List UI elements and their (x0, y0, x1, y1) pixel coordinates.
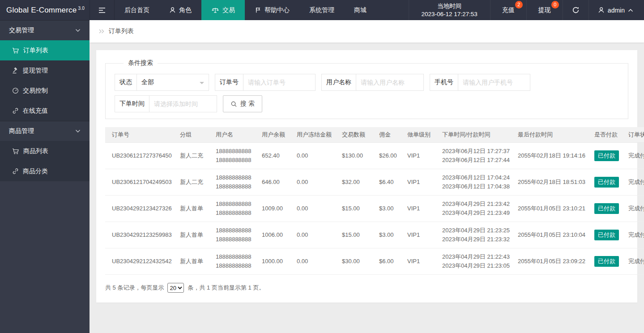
nav-item-system[interactable]: 系统管理 (299, 0, 344, 20)
sidebar-fold-button[interactable] (90, 0, 115, 20)
cart-icon (12, 148, 19, 155)
cell-order-no: UB2304292123427326 (105, 196, 173, 222)
chevron-down-icon (75, 29, 81, 32)
nav-item-label: 交易 (222, 6, 235, 14)
nav-item-trade[interactable]: 交易 (201, 0, 245, 20)
phone-line: 18888888888 (216, 200, 248, 209)
sidebar-item-online-recharge[interactable]: 在线充值 (0, 101, 90, 121)
sidebar-item-label: 商品分类 (23, 167, 48, 175)
status-label: 状态 (115, 74, 137, 90)
cell-commission: $26.00 (372, 143, 401, 169)
page-size-select[interactable]: 20 (167, 283, 184, 293)
paid-badge: 已付款 (594, 177, 619, 188)
sidebar-item-trade-control[interactable]: 交易控制 (0, 81, 90, 101)
nav-item-label: 商城 (354, 6, 367, 14)
sidebar-group-trade[interactable]: 交易管理 (0, 20, 90, 40)
phone-label: 手机号 (430, 74, 458, 90)
order-time: 2023年04月29日 21:23:25 (442, 226, 504, 235)
search-button[interactable]: 搜 索 (223, 95, 262, 112)
phone-line: 18888888888 (216, 235, 248, 244)
cell-level: VIP1 (401, 143, 435, 169)
cell-order-pay-time: 2023年06月12日 17:27:372023年06月12日 17:27:44 (435, 143, 511, 169)
col-amount: 交易数额 (335, 127, 372, 143)
recharge-button[interactable]: 充值 2 (490, 0, 526, 20)
cell-balance: 1006.00 (255, 222, 290, 248)
link-icon (12, 107, 19, 114)
sidebar-item-order-list[interactable]: 订单列表 (0, 40, 90, 60)
local-time-value: 2023-06-12 17:27:53 (422, 10, 478, 18)
order-time: 2023年06月12日 17:04:24 (442, 173, 504, 182)
cell-last-pay-time: 2055年01月05日 23:09:22 (511, 248, 588, 275)
sidebar-group-goods[interactable]: 商品管理 (0, 121, 90, 141)
orders-table-wrap: 订单号 分组 用户名 用户余额 用户冻结金额 交易数额 佣金 做单级别 下单时间… (105, 127, 644, 275)
order-no-input[interactable] (243, 74, 315, 90)
user-icon (169, 7, 176, 13)
cell-last-pay-time: 2055年01月05日 23:10:21 (511, 196, 588, 222)
nav-item-mall[interactable]: 商城 (344, 0, 376, 20)
phone-input[interactable] (458, 74, 530, 90)
order-time-group: 下单时间 (115, 95, 217, 112)
cell-amount: $15.00 (335, 222, 372, 248)
gavel-icon (12, 67, 19, 74)
nav-item-home[interactable]: 后台首页 (115, 0, 159, 20)
double-chevron-icon (98, 29, 105, 34)
cell-commission: $3.00 (372, 196, 401, 222)
order-time-input[interactable] (149, 96, 217, 112)
cell-group: 新人二充 (173, 169, 209, 196)
cell-level: VIP1 (401, 248, 435, 275)
phone-line: 18888888888 (216, 173, 248, 182)
nav-item-roles[interactable]: 角色 (159, 0, 201, 20)
order-time-label: 下单时间 (115, 96, 149, 112)
recharge-badge: 2 (515, 1, 523, 9)
cell-frozen: 0.00 (290, 196, 335, 222)
cell-commission: $3.00 (372, 222, 401, 248)
content: 条件搜索 状态 全部 订单号 (90, 43, 644, 309)
phone-line: 18888888888 (216, 182, 248, 191)
gauge-icon (12, 87, 19, 94)
cell-level: VIP1 (401, 196, 435, 222)
cell-amount: $32.00 (335, 169, 372, 196)
top-navbar: Global E-Commerce 3.0 后台首页 角色 交易 帮助中心 系统… (0, 0, 644, 20)
cell-status: 完成付款 (622, 143, 644, 169)
cell-username: 1888888888818888888888 (209, 222, 255, 248)
cell-status: 完成付款 (622, 196, 644, 222)
cell-order-no: UB2304292123259983 (105, 222, 173, 248)
order-time: 2023年04月29日 21:23:42 (442, 200, 504, 209)
refresh-button[interactable] (563, 0, 589, 20)
search-row-1: 状态 全部 订单号 用户名称 (115, 74, 619, 91)
cell-commission: $6.40 (372, 169, 401, 196)
withdraw-button[interactable]: 提现 0 (526, 0, 563, 20)
cell-status: 完成付款 (622, 169, 644, 196)
cell-order-pay-time: 2023年06月12日 17:04:242023年06月12日 17:04:38 (435, 169, 511, 196)
sidebar: 交易管理 订单列表 提现管理 交易控制 在线充值 商品管理 商品列表 (0, 20, 90, 333)
order-time: 2023年04月29日 21:22:43 (442, 252, 504, 261)
orders-table: 订单号 分组 用户名 用户余额 用户冻结金额 交易数额 佣金 做单级别 下单时间… (105, 127, 644, 275)
cell-amount: $130.00 (335, 143, 372, 169)
col-group: 分组 (173, 127, 209, 143)
cell-level: VIP1 (401, 169, 435, 196)
table-row: UB2304292123427326 新人首单 1888888888818888… (105, 196, 644, 222)
sidebar-item-label: 交易控制 (23, 87, 48, 95)
withdraw-label: 提现 (538, 6, 551, 14)
cell-balance: 1009.00 (255, 196, 290, 222)
phone-group: 手机号 (430, 74, 530, 91)
main-area: 订单列表 条件搜索 状态 全部 (90, 20, 644, 333)
table-row: UB2304292123259983 新人首单 1888888888818888… (105, 222, 644, 248)
phone-line: 18888888888 (216, 147, 248, 156)
status-select[interactable]: 全部 (137, 74, 209, 90)
menu-fold-icon (98, 7, 106, 13)
sidebar-item-goods-category[interactable]: 商品分类 (0, 161, 90, 181)
cell-username: 1888888888818888888888 (209, 169, 255, 196)
col-level: 做单级别 (401, 127, 435, 143)
paid-badge: 已付款 (594, 150, 619, 161)
sidebar-item-goods-list[interactable]: 商品列表 (0, 141, 90, 161)
admin-menu[interactable]: admin (589, 0, 644, 20)
cell-last-pay-time: 2055年02月18日 18:51:03 (511, 169, 588, 196)
table-row: UB2306121727376450 新人二充 1888888888818888… (105, 143, 644, 169)
phone-line: 18888888888 (216, 226, 248, 235)
sidebar-item-withdraw-mgmt[interactable]: 提现管理 (0, 60, 90, 81)
cell-amount: $30.00 (335, 248, 372, 275)
nav-item-help-center[interactable]: 帮助中心 (245, 0, 299, 20)
cell-last-pay-time: 2055年02月18日 19:14:16 (511, 143, 588, 169)
username-input[interactable] (356, 74, 423, 90)
